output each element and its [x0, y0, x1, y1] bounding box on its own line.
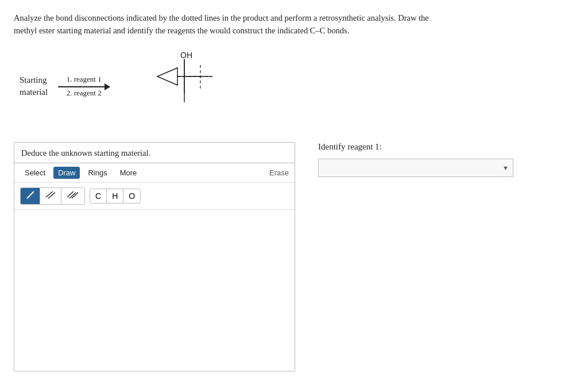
instruction-line1: Analyze the bond disconnections indicate…	[14, 13, 429, 22]
right-panel: Identify reagent 1: ▼	[318, 142, 574, 177]
draw-panel-title: Deduce the unknown starting material.	[14, 143, 295, 163]
svg-line-10	[27, 191, 34, 198]
svg-line-13	[67, 191, 74, 197]
double-bond-icon	[45, 190, 56, 199]
draw-canvas[interactable]	[14, 210, 295, 371]
more-button[interactable]: More	[115, 167, 142, 179]
reagent1-label: 1. reagent 1	[67, 75, 102, 84]
select-button[interactable]: Select	[20, 167, 50, 179]
erase-button[interactable]: Erase	[269, 168, 289, 177]
molecule-svg: OH	[126, 48, 241, 122]
starting-material-label: Startingmaterial	[20, 74, 48, 98]
rings-button[interactable]: Rings	[83, 167, 111, 179]
bond-tools-row: C H O	[14, 183, 295, 210]
dropdown-container: ▼	[318, 159, 513, 177]
draw-panel: Deduce the unknown starting material. Se…	[14, 142, 295, 371]
reaction-area: Startingmaterial 1. reagent 1 2. reagent…	[20, 48, 574, 125]
carbon-button[interactable]: C	[90, 189, 107, 203]
triple-bond-button[interactable]	[61, 188, 84, 204]
single-bond-button[interactable]	[21, 188, 40, 204]
arrow-container: 1. reagent 1 2. reagent 2	[58, 75, 110, 98]
reagent2-label: 2. reagent 2	[67, 89, 102, 98]
hydrogen-button[interactable]: H	[107, 189, 123, 203]
svg-line-11	[46, 191, 53, 197]
panels-row: Deduce the unknown starting material. Se…	[14, 142, 574, 371]
instructions: Analyze the bond disconnections indicate…	[14, 11, 565, 37]
oxygen-button[interactable]: O	[123, 189, 140, 203]
bond-group	[20, 187, 85, 205]
reaction-arrow	[58, 86, 110, 87]
double-bond-button[interactable]	[40, 188, 61, 204]
instruction-line2: methyl ester starting material and ident…	[14, 26, 349, 35]
svg-marker-2	[157, 68, 177, 85]
svg-text:OH: OH	[180, 51, 192, 60]
reagent1-dropdown[interactable]	[318, 159, 513, 177]
identify-reagent-label: Identify reagent 1:	[318, 142, 574, 152]
draw-toolbar: Select Draw Rings More Erase	[14, 163, 295, 183]
svg-line-12	[48, 193, 55, 198]
triple-bond-icon	[66, 190, 80, 199]
draw-button[interactable]: Draw	[53, 167, 80, 179]
atom-group: C H O	[90, 189, 141, 204]
single-bond-icon	[26, 190, 35, 199]
molecule-diagram: OH	[126, 48, 241, 125]
